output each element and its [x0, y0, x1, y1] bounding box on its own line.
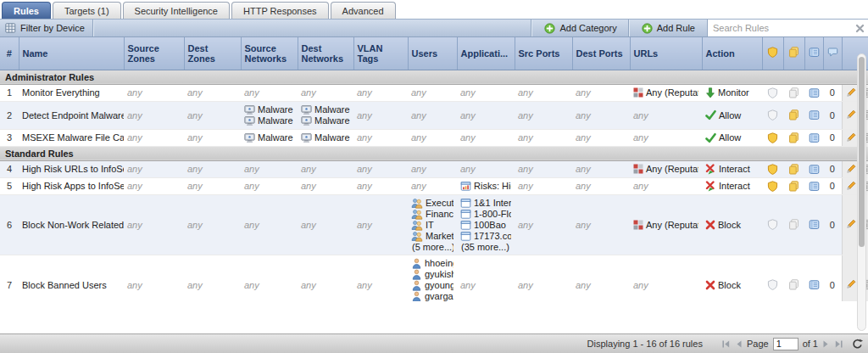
cell-logging [804, 255, 823, 301]
rule-number: 2 [0, 101, 19, 129]
shield-off-icon [767, 279, 778, 290]
rule-row-4[interactable]: 4High Risk URLs to InfoSecanyanyanyanyan… [0, 160, 868, 177]
tab-rules[interactable]: Rules [2, 2, 51, 19]
interact-icon [705, 164, 716, 175]
add-rule-label: Add Rule [657, 23, 695, 33]
any-value: any [576, 181, 591, 191]
rules-table-wrap: #NameSource ZonesDest ZonesSource Networ… [0, 37, 868, 301]
tab-security-intelligence[interactable]: Security Intelligence [123, 2, 230, 19]
cell-dest-ports: any [572, 177, 630, 194]
col-urls: URLs [630, 37, 702, 70]
cell-action: Interact [702, 177, 762, 194]
edit-icon[interactable] [845, 132, 856, 143]
add-category-label: Add Category [559, 23, 616, 33]
any-value: any [357, 181, 372, 191]
cell-users: hhoeinggyukishgyounggvargas(13 more... [408, 255, 457, 301]
cell-logging [804, 84, 823, 101]
scrollbar-thumb[interactable] [859, 57, 865, 247]
cell-dest-ports: any [572, 160, 630, 177]
cell-intrusion-policy [762, 101, 783, 129]
any-value: any [301, 280, 316, 290]
cell-urls: Any (Reputatic [630, 160, 702, 177]
cell-dest-ports: any [572, 101, 630, 129]
cell-file-policy [783, 101, 804, 129]
next-page-icon[interactable] [822, 339, 830, 349]
add-rule-button[interactable]: Add Rule [629, 20, 707, 36]
rule-name: MSEXE Malware File Capture [19, 129, 124, 146]
logging-icon [809, 132, 820, 143]
last-page-icon[interactable] [834, 339, 843, 349]
any-value: any [518, 87, 533, 98]
any-value: any [460, 87, 476, 98]
shield-icon [767, 164, 778, 175]
any-value: any [411, 110, 426, 120]
cell-src-ports: any [515, 177, 572, 194]
device-grid-icon [5, 23, 16, 33]
cell-action: Block [702, 194, 762, 255]
any-value: any [576, 220, 591, 230]
cell-dest-ports: any [572, 255, 630, 301]
vertical-scrollbar[interactable] [857, 53, 866, 331]
col-copy-icon [783, 37, 804, 70]
copy-off-icon [788, 219, 799, 230]
host-icon [244, 115, 255, 126]
rule-row-2[interactable]: 2Detect Endpoint MalwareanyanyMalware De… [0, 101, 868, 129]
any-value: any [357, 132, 372, 143]
filter-by-device-button[interactable]: Filter by Device [0, 20, 93, 36]
any-value: any [460, 164, 476, 174]
edit-icon[interactable] [845, 279, 856, 290]
cell-dest-networks: Malware DeMalware Sc [298, 101, 353, 129]
edit-icon[interactable] [845, 181, 856, 192]
edit-icon[interactable] [845, 109, 856, 120]
tab-http-responses[interactable]: HTTP Responses [231, 2, 329, 19]
search-rules-input[interactable] [708, 20, 868, 36]
app-icon [460, 209, 471, 220]
tab-targets-1[interactable]: Targets (1) [53, 2, 121, 19]
app-icon [460, 231, 471, 242]
rule-row-3[interactable]: 3MSEXE Malware File CaptureanyanyMalware… [0, 129, 868, 146]
cell-file-policy [783, 160, 804, 177]
rule-row-5[interactable]: 5High Risk Apps to InfoSecanyanyanyanyan… [0, 177, 868, 194]
any-value: any [460, 132, 476, 143]
any-value: any [411, 132, 426, 143]
col-logging-icon [804, 37, 823, 70]
tab-advanced[interactable]: Advanced [331, 2, 396, 19]
col-name: Name [19, 37, 124, 70]
rule-row-1[interactable]: 1Monitor Everythinganyanyanyanyanyanyany… [0, 84, 868, 101]
table-header-row: #NameSource ZonesDest ZonesSource Networ… [0, 37, 868, 70]
any-value: any [518, 280, 533, 290]
refresh-icon[interactable] [852, 339, 863, 350]
copy-icon [788, 132, 799, 143]
shield-off-icon [767, 219, 778, 230]
comments-count: 0 [823, 101, 842, 129]
cell-applications: Risks: High [457, 177, 515, 194]
copy-off-icon [788, 87, 799, 98]
prev-page-icon[interactable] [735, 339, 743, 349]
page-input[interactable] [773, 338, 798, 350]
edit-icon[interactable] [845, 164, 856, 175]
any-value: any [576, 87, 591, 98]
rule-row-6[interactable]: 6Block Non-Work RelatedanyanyanyanyanyEx… [0, 194, 868, 255]
any-value: any [127, 87, 142, 98]
cell-source-networks: any [241, 160, 298, 177]
group-icon [411, 220, 423, 231]
interact-icon [705, 181, 716, 192]
first-page-icon[interactable] [721, 339, 731, 349]
cell-intrusion-policy [762, 84, 783, 101]
any-value: any [187, 220, 203, 230]
search-clear-icon[interactable] [855, 24, 865, 33]
any-value: any [187, 132, 203, 143]
host-icon [301, 132, 312, 143]
edit-icon[interactable] [845, 87, 856, 98]
rule-number: 6 [0, 194, 19, 255]
any-value: any [127, 280, 142, 290]
any-value: any [633, 132, 648, 143]
rules-table: #NameSource ZonesDest ZonesSource Networ… [0, 37, 868, 301]
edit-icon[interactable] [845, 219, 856, 230]
monitor-icon [705, 87, 715, 98]
logging-icon [809, 181, 820, 192]
any-value: any [357, 110, 372, 120]
col-src-ports: Src Ports [515, 37, 572, 70]
rule-row-7[interactable]: 7Block Banned Usersanyanyanyanyanyhhoein… [0, 255, 868, 301]
add-category-button[interactable]: Add Category [531, 20, 628, 36]
